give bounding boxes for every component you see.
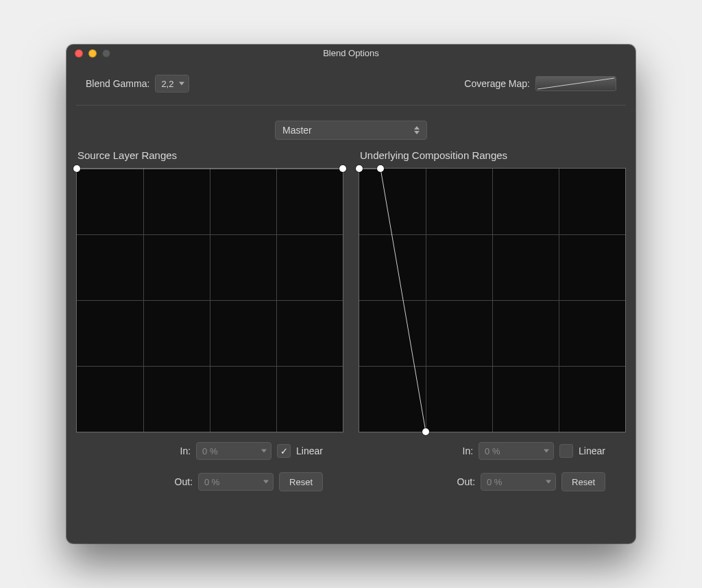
window-title: Blend Options <box>66 48 636 58</box>
titlebar: Blend Options <box>66 45 636 62</box>
source-linear-label: Linear <box>296 445 323 456</box>
svg-line-0 <box>537 78 614 89</box>
underlying-linear-checkbox[interactable] <box>559 444 573 458</box>
coverage-map-preview[interactable] <box>535 76 616 91</box>
curve-handle[interactable] <box>73 165 80 172</box>
source-in-field[interactable]: 0 % <box>196 442 271 460</box>
source-ranges-heading: Source Layer Ranges <box>77 149 343 161</box>
underlying-ranges-heading: Underlying Composition Ranges <box>360 149 626 161</box>
source-out-label: Out: <box>154 476 193 487</box>
chevron-down-icon <box>544 450 549 453</box>
channel-select[interactable]: Master <box>275 121 427 140</box>
curve-handle[interactable] <box>356 165 363 172</box>
blend-gamma-value: 2,2 <box>161 79 173 89</box>
underlying-linear-label: Linear <box>579 445 605 456</box>
chevron-down-icon <box>179 82 184 86</box>
curve-handle[interactable] <box>339 165 346 172</box>
underlying-in-label: In: <box>435 445 473 456</box>
blend-gamma-select[interactable]: 2,2 <box>155 75 189 93</box>
source-reset-button[interactable]: Reset <box>279 472 323 491</box>
close-icon[interactable] <box>75 49 83 58</box>
underlying-out-field[interactable]: 0 % <box>481 473 556 491</box>
source-ranges-grid[interactable] <box>76 168 343 432</box>
source-out-field[interactable]: 0 % <box>198 473 274 491</box>
underlying-in-field[interactable]: 0 % <box>479 442 554 460</box>
chevron-down-icon <box>263 480 269 484</box>
channel-value: Master <box>282 125 312 136</box>
source-linear-checkbox[interactable]: ✓ <box>277 444 291 458</box>
underlying-ranges-grid[interactable] <box>359 168 626 432</box>
chevron-down-icon <box>546 480 551 484</box>
curve-handle[interactable] <box>422 428 429 435</box>
underlying-ranges-panel: Underlying Composition Ranges In: 0 % <box>359 149 626 494</box>
chevron-down-icon <box>261 450 267 453</box>
blend-options-window: Blend Options Blend Gamma: 2,2 Coverage … <box>66 45 636 543</box>
source-in-label: In: <box>152 445 191 456</box>
stepper-icon <box>414 123 424 137</box>
curve-handle[interactable] <box>377 165 384 172</box>
underlying-reset-button[interactable]: Reset <box>561 472 605 491</box>
source-ranges-panel: Source Layer Ranges In: 0 % <box>76 149 343 494</box>
maximize-icon[interactable] <box>102 49 110 58</box>
minimize-icon[interactable] <box>88 49 97 58</box>
blend-gamma-label: Blend Gamma: <box>86 78 149 89</box>
coverage-map-label: Coverage Map: <box>464 78 530 89</box>
underlying-out-label: Out: <box>437 476 475 487</box>
